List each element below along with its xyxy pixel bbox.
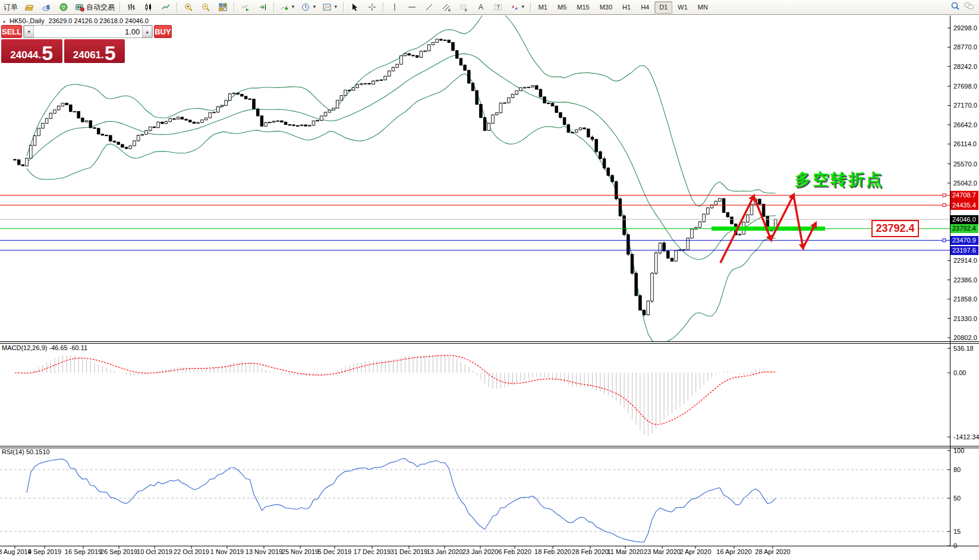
candlestick-icon	[144, 2, 153, 12]
pivot-annotation[interactable]: 多空转折点	[795, 169, 884, 190]
axis-tick-label: 100	[953, 447, 964, 454]
buy-price-panel[interactable]: 24061. 5	[64, 39, 125, 63]
search-icon[interactable]	[950, 1, 960, 13]
zoom-out-button[interactable]	[197, 1, 214, 14]
rsi-label: RSI(14) 50.1510	[2, 448, 50, 455]
periods-button[interactable]: ▼	[298, 1, 319, 14]
date-tick-label: 31 Dec 2019	[391, 548, 427, 555]
buy-button[interactable]: BUY	[154, 25, 171, 38]
date-tick-label: 11 Mar 2020	[607, 548, 644, 555]
bar-chart-mode-button[interactable]	[123, 1, 140, 14]
zoom-out-icon	[201, 2, 210, 12]
toolbar-separator	[234, 2, 235, 12]
macd-label: MACD(12,26,9) -46.65 -60.11	[2, 344, 87, 351]
axis-tick-label: 0.00	[953, 369, 966, 376]
chat-icon[interactable]	[964, 1, 974, 13]
signals-button[interactable]	[55, 1, 72, 14]
market-button[interactable]	[21, 1, 37, 14]
new-order-button[interactable]: 订单	[1, 1, 20, 14]
date-tick-label: 16 Apr 2020	[716, 548, 751, 555]
text-label-icon: T	[493, 2, 503, 12]
cursor-icon	[350, 2, 360, 12]
axis-tick-label: 28242.0	[953, 63, 977, 70]
tab-timeframe-m1[interactable]: M1	[534, 1, 552, 14]
sell-button[interactable]: SELL	[1, 25, 22, 38]
date-tick-label: 13 Nov 2019	[245, 548, 282, 555]
volume-input[interactable]	[34, 26, 142, 37]
auto-scroll-button[interactable]	[237, 1, 254, 14]
templates-button[interactable]: ▼	[320, 1, 341, 14]
tab-timeframe-mn[interactable]: MN	[693, 1, 713, 14]
tab-timeframe-d1[interactable]: D1	[654, 1, 672, 14]
toolbar-separator	[530, 2, 531, 12]
vertical-line-tool-button[interactable]	[386, 1, 403, 14]
date-tick-label: 16 Sep 2019	[65, 548, 102, 555]
toolbar-separator	[177, 2, 178, 12]
tile-windows-icon	[218, 2, 228, 12]
text-tool-button[interactable]: A	[473, 1, 489, 14]
sell-price-panel[interactable]: 24044. 5	[1, 39, 62, 63]
channel-icon: E	[442, 2, 451, 12]
fibonacci-tool-button[interactable]: F	[455, 1, 472, 14]
sell-button-label: SELL	[2, 27, 21, 36]
axis-tick-label: 0	[953, 542, 957, 549]
text-label-tool-button[interactable]: T	[490, 1, 506, 14]
date-tick-label: 23 Mar 2020	[644, 548, 681, 555]
chart-ohlc-values: 23629.0 24126.0 23618.0 24046.0	[49, 17, 149, 24]
tab-timeframe-m30[interactable]: M30	[595, 1, 617, 14]
trendline-tool-button[interactable]	[421, 1, 437, 14]
sell-price-pips: 5	[42, 45, 53, 61]
date-tick-label: 2 Apr 2020	[679, 548, 711, 555]
candlestick-mode-button[interactable]	[140, 1, 157, 14]
volume-increase-button[interactable]: ▲	[142, 26, 152, 37]
axis-tick-label: 21858.0	[953, 295, 977, 303]
tab-timeframe-h4[interactable]: H4	[636, 1, 654, 14]
new-order-label: 订单	[4, 2, 18, 12]
axis-tick-label: 22914.0	[953, 257, 977, 264]
axis-tick-label: 21330.0	[953, 315, 977, 322]
line-chart-mode-button[interactable]	[158, 1, 174, 14]
horizontal-line-icon	[407, 2, 417, 12]
axis-tick-label: 20802.0	[953, 334, 977, 341]
axis-tick-label: 25570.0	[953, 161, 977, 168]
svg-text:F: F	[465, 8, 467, 12]
tab-timeframe-h1[interactable]: H1	[618, 1, 635, 14]
volume-box: ▼ ▲	[23, 25, 153, 38]
auto-scroll-icon	[241, 2, 250, 12]
template-icon	[322, 2, 332, 12]
date-tick-label: 25 Nov 2019	[282, 548, 319, 555]
chevron-down-icon: ▼	[291, 5, 295, 10]
arrows-tool-button[interactable]: ▼	[507, 1, 528, 14]
price-level-badge: 24708.7	[950, 191, 978, 200]
chart-shift-button[interactable]	[254, 1, 271, 14]
date-tick-label: 13 Jan 2020	[427, 548, 463, 555]
tab-timeframe-m15[interactable]: M15	[572, 1, 594, 14]
date-tick-label: 1 Nov 2019	[210, 548, 244, 555]
axis-tick-label: 80	[953, 466, 961, 473]
autotrading-label: 自动交易	[86, 2, 115, 12]
buy-button-label: BUY	[155, 27, 171, 36]
tab-timeframe-m5[interactable]: M5	[553, 1, 571, 14]
community-button[interactable]	[38, 1, 55, 14]
axis-tick-label: 22386.0	[953, 276, 977, 284]
equidistant-channel-tool-button[interactable]: E	[438, 1, 455, 14]
svg-text:T: T	[496, 4, 500, 10]
date-tick-label: 26 Sep 2019	[100, 548, 137, 555]
zoom-in-button[interactable]	[180, 1, 197, 14]
level-callout[interactable]: 23792.4	[871, 220, 919, 237]
crosshair-tool-button[interactable]	[364, 1, 380, 14]
volume-decrease-button[interactable]: ▼	[24, 26, 34, 37]
chevron-down-icon: ▼	[333, 5, 338, 10]
autotrading-icon	[75, 2, 84, 12]
tile-windows-button[interactable]	[215, 1, 231, 14]
tab-timeframe-w1[interactable]: W1	[673, 1, 692, 14]
horizontal-line-tool-button[interactable]	[404, 1, 420, 14]
add-indicator-icon	[279, 2, 289, 12]
gold-bar-icon	[24, 2, 34, 12]
price-chart-canvas[interactable]	[0, 0, 979, 560]
cursor-tool-button[interactable]	[347, 1, 363, 14]
date-tick-label: 17 Dec 2019	[354, 548, 391, 555]
autotrading-toggle[interactable]: 自动交易	[73, 1, 117, 14]
indicators-button[interactable]: ▼	[277, 1, 298, 14]
axis-tick-label: -1412.34	[953, 433, 979, 441]
